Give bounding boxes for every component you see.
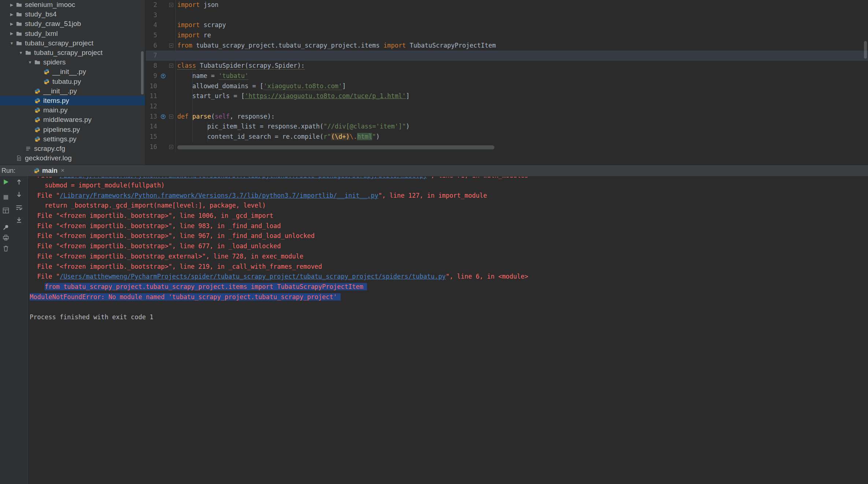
tree-item-label: scrapy.cfg bbox=[34, 145, 65, 153]
tree-item-items-py[interactable]: items.py bbox=[0, 96, 145, 105]
gutter-spacer bbox=[159, 10, 168, 21]
fold-start-icon[interactable] bbox=[168, 0, 176, 10]
console-line: File "<frozen importlib._bootstrap_exter… bbox=[30, 252, 868, 262]
console-line: File "<frozen importlib._bootstrap>", li… bbox=[30, 231, 868, 241]
editor-line-3[interactable]: 3 bbox=[146, 10, 868, 21]
override-marker-icon[interactable] bbox=[159, 71, 168, 81]
tree-item-study-lxml[interactable]: ▶study_lxml bbox=[0, 29, 145, 38]
editor-line-9[interactable]: 9 name = 'tubatu' bbox=[146, 71, 868, 81]
tree-item-geckodriver-log[interactable]: geckodriver.log bbox=[0, 153, 145, 163]
python-icon bbox=[34, 168, 40, 174]
chevron-right-icon[interactable]: ▶ bbox=[8, 31, 15, 36]
fold-end-icon[interactable] bbox=[168, 142, 176, 152]
chevron-right-icon[interactable]: ▶ bbox=[8, 3, 15, 7]
tree-item-settings-py[interactable]: settings.py bbox=[0, 134, 145, 144]
gutter-spacer bbox=[159, 101, 168, 112]
editor-vertical-scrollbar[interactable] bbox=[864, 41, 867, 59]
editor-pane[interactable]: 2import json34import scrapy5import re6fr… bbox=[146, 0, 868, 165]
tree-item-selenium-imooc[interactable]: ▶selenium_imooc bbox=[0, 0, 145, 10]
console-line-selected: ModuleNotFoundError: No module named 'tu… bbox=[30, 292, 868, 302]
code-text: import scrapy bbox=[176, 20, 226, 30]
tree-item-pipelines-py[interactable]: pipelines.py bbox=[0, 124, 145, 134]
stacktrace-file-link[interactable]: /Library/Frameworks/Python.framework/Ver… bbox=[60, 177, 427, 179]
tree-item-main-py[interactable]: main.py bbox=[0, 105, 145, 115]
editor-line-14[interactable]: 14 pic_item_list = response.xpath("//div… bbox=[146, 122, 868, 132]
line-number: 3 bbox=[146, 10, 159, 21]
gutter-spacer bbox=[159, 61, 168, 71]
line-number: 5 bbox=[146, 30, 159, 41]
line-number: 16 bbox=[146, 142, 159, 152]
fold-end-icon[interactable] bbox=[168, 41, 176, 51]
stop-icon[interactable] bbox=[2, 194, 10, 201]
chevron-right-icon[interactable]: ▶ bbox=[8, 22, 15, 26]
tree-item-label: items.py bbox=[43, 97, 69, 105]
gutter-spacer bbox=[159, 81, 168, 92]
clear-all-icon[interactable] bbox=[2, 245, 10, 252]
editor-line-5[interactable]: 5import re bbox=[146, 30, 868, 41]
tree-item-label: pipelines.py bbox=[43, 126, 80, 134]
config-file-icon bbox=[25, 146, 32, 152]
editor-line-2[interactable]: 2import json bbox=[146, 0, 868, 10]
tree-item-spiders[interactable]: ▼spiders bbox=[0, 57, 145, 67]
tree-item-tubatu-scrapy-project[interactable]: ▼tubatu_scrapy_project bbox=[0, 48, 145, 57]
restore-layout-icon[interactable] bbox=[2, 207, 10, 214]
rerun-icon[interactable] bbox=[2, 178, 10, 186]
console-text: ", line 127, in import_module bbox=[378, 192, 487, 199]
soft-wrap-icon[interactable] bbox=[15, 204, 23, 211]
console-indent bbox=[30, 273, 37, 280]
console-indent bbox=[30, 182, 45, 189]
editor-line-7[interactable]: 7 bbox=[146, 51, 868, 61]
editor-line-8[interactable]: 8class TubatuSpider(scrapy.Spider): bbox=[146, 61, 868, 71]
scroll-end-icon[interactable] bbox=[15, 216, 23, 224]
tree-item-tubatu-py[interactable]: tubatu.py bbox=[0, 77, 145, 86]
override-marker-icon[interactable] bbox=[159, 112, 168, 122]
gutter-spacer bbox=[159, 41, 168, 51]
tree-item-scrapy-cfg[interactable]: scrapy.cfg bbox=[0, 144, 145, 153]
chevron-down-icon[interactable]: ▼ bbox=[17, 51, 25, 55]
tree-item--init-py[interactable]: __init__.py bbox=[0, 86, 145, 96]
editor-line-12[interactable]: 12 bbox=[146, 101, 868, 112]
pin-icon[interactable] bbox=[2, 224, 10, 231]
code-text: class TubatuSpider(scrapy.Spider): bbox=[176, 61, 305, 71]
tree-item--init-py[interactable]: __init__.py bbox=[0, 67, 145, 77]
up-stack-icon[interactable] bbox=[15, 178, 23, 186]
run-panel: Run: main × File "/Library/Frameworks/Py… bbox=[0, 165, 868, 484]
gutter-spacer bbox=[168, 51, 176, 61]
tree-item-middlewares-py[interactable]: middlewares.py bbox=[0, 115, 145, 124]
editor-line-6[interactable]: 6from tubatu_scrapy_project.tubatu_scrap… bbox=[146, 41, 868, 51]
fold-start-icon[interactable] bbox=[168, 61, 176, 71]
run-label: Run: bbox=[1, 167, 15, 175]
editor-line-11[interactable]: 11 start_urls = ['https://xiaoguotu.to8t… bbox=[146, 91, 868, 101]
editor-horizontal-scrollbar[interactable] bbox=[177, 145, 494, 149]
console-line: File "<frozen importlib._bootstrap>", li… bbox=[30, 262, 868, 272]
console-line: File "/Library/Frameworks/Python.framewo… bbox=[30, 177, 868, 180]
tree-item-study-craw-51job[interactable]: ▶study_craw_51job bbox=[0, 19, 145, 29]
stacktrace-file-link[interactable]: /Users/matthewmeng/PycharmProjects/spide… bbox=[60, 273, 446, 280]
console-output[interactable]: File "/Library/Frameworks/Python.framewo… bbox=[28, 176, 868, 484]
editor-line-4[interactable]: 4import scrapy bbox=[146, 20, 868, 30]
chevron-down-icon[interactable]: ▼ bbox=[26, 60, 34, 64]
chevron-down-icon[interactable]: ▼ bbox=[8, 41, 15, 45]
tree-item-study-bs4[interactable]: ▶study_bs4 bbox=[0, 10, 145, 19]
stacktrace-file-link[interactable]: /Library/Frameworks/Python.framework/Ver… bbox=[60, 192, 378, 199]
console-text: from tubatu_scrapy_project.tubatu_scrapy… bbox=[45, 283, 363, 290]
line-number: 13 bbox=[146, 112, 159, 122]
console-indent bbox=[30, 212, 37, 219]
editor-line-15[interactable]: 15 content_id_search = re.compile(r"(\d+… bbox=[146, 132, 868, 142]
fold-start-icon[interactable] bbox=[168, 112, 176, 122]
close-icon[interactable]: × bbox=[61, 167, 64, 174]
print-icon[interactable] bbox=[2, 234, 10, 241]
line-number: 9 bbox=[146, 71, 159, 81]
gutter-spacer bbox=[159, 30, 168, 41]
project-panel: ▶selenium_imooc▶study_bs4▶study_craw_51j… bbox=[0, 0, 145, 165]
editor-line-13[interactable]: 13def parse(self, response): bbox=[146, 112, 868, 122]
clipped-console-line: File "/Library/Frameworks/Python.framewo… bbox=[30, 177, 868, 180]
project-tree-scrollbar[interactable] bbox=[141, 51, 144, 94]
console-text: File "<frozen importlib._bootstrap_exter… bbox=[37, 253, 303, 260]
chevron-right-icon[interactable]: ▶ bbox=[8, 12, 15, 17]
down-stack-icon[interactable] bbox=[15, 191, 23, 198]
run-toolbar bbox=[0, 176, 28, 484]
run-tab-main[interactable]: main × bbox=[30, 165, 68, 176]
editor-line-10[interactable]: 10 allowed_domains = ['xiaoguotu.to8to.c… bbox=[146, 81, 868, 92]
tree-item-tubatu-scrapy-project[interactable]: ▼tubatu_scrapy_project bbox=[0, 38, 145, 48]
